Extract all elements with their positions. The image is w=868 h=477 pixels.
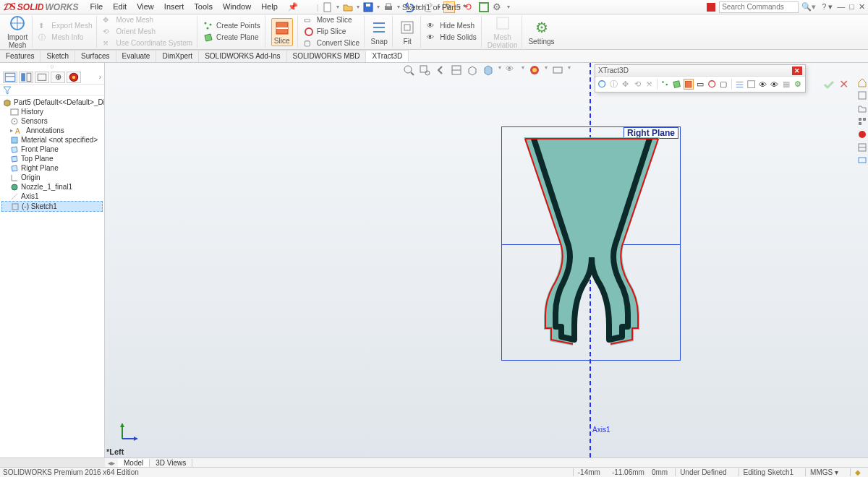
tab-scroll-left-icon[interactable]: ◂▸ [105,459,118,467]
ribbon-snap[interactable]: Snap [366,16,393,48]
view-orient-icon[interactable] [467,64,478,76]
zoom-fit-icon[interactable] [403,64,414,76]
bottom-tab-model[interactable]: Model [118,459,150,467]
hide-solids-button[interactable]: 👁Hide Solids [427,33,477,43]
xt-move-slice-icon[interactable]: ▭ [696,79,705,90]
tree-origin[interactable]: Origin [1,173,103,182]
rail-file-explorer-icon[interactable] [857,103,867,113]
xt-import-icon[interactable] [597,79,607,90]
right-plane-box[interactable]: Right Plane [501,126,681,361]
status-rebuild-icon[interactable]: ◆ [850,468,865,476]
tree-material[interactable]: Material <not specified> [1,135,103,145]
xt-flip-slice-icon[interactable] [707,79,717,90]
open-doc-icon[interactable] [342,1,354,13]
panel-next-icon[interactable]: › [99,73,101,81]
xt-snap-icon[interactable] [735,79,744,90]
property-tab-icon[interactable] [19,72,33,83]
xtract3d-titlebar[interactable]: XTract3D ✕ [595,65,805,77]
rail-home-icon[interactable] [857,77,867,87]
move-slice-button[interactable]: ▭Move Slice [304,15,359,25]
print-icon[interactable] [383,1,394,13]
edit-appearance-icon[interactable] [529,64,540,76]
settings-gear-icon[interactable]: ⚙ [493,1,504,13]
menu-window[interactable]: Window [218,1,255,13]
close-icon[interactable]: ✕ [859,2,865,12]
menu-file[interactable]: File [85,1,107,13]
create-points-button[interactable]: Create Points [203,21,260,31]
menu-insert[interactable]: Insert [160,1,189,13]
xt-plane-icon[interactable] [672,79,681,90]
create-plane-button[interactable]: Create Plane [203,33,260,43]
xt-slice-icon[interactable] [684,79,693,90]
tree-front-plane[interactable]: Front Plane [1,145,103,154]
ribbon-import-mesh[interactable]: Import Mesh [3,16,33,48]
rail-forum-icon[interactable] [857,155,867,166]
xt-orient-icon[interactable]: ⟲ [633,79,642,90]
tree-sketch1[interactable]: (-) Sketch1 [1,201,103,212]
xt-fit-icon[interactable] [746,79,756,90]
rail-appearances-icon[interactable] [857,129,867,139]
tree-axis1[interactable]: Axis1 [1,192,103,201]
xtract3d-close-icon[interactable]: ✕ [792,66,802,75]
convert-slice-button[interactable]: ▢Convert Slice [304,38,359,48]
feature-tree-tab-icon[interactable] [3,72,17,83]
menu-edit[interactable]: Edit [109,1,131,13]
tree-nozzle-mesh[interactable]: Nozzle_1_final1 [1,182,103,192]
dimxpert-tab-icon[interactable]: ⊕ [51,72,65,83]
flip-slice-button[interactable]: Flip Slice [304,27,359,37]
bottom-tab-3dviews[interactable]: 3D Views [150,459,192,467]
section-view-icon[interactable] [451,64,462,76]
rail-view-palette-icon[interactable] [857,116,867,126]
ribbon-slice[interactable]: Slice [267,16,298,48]
graphics-viewport[interactable]: ▣ ▢ — □ ✕ ▾ 👁▾ ▾ ▾ Axis1 Right Plane [105,63,868,457]
menu-view[interactable]: View [132,1,158,13]
ribbon-fit[interactable]: Fit [394,16,421,48]
tab-features[interactable]: Features [0,50,41,62]
xt-points-icon[interactable] [660,79,670,90]
help-icon[interactable]: ? ▾ [822,2,833,12]
xt-coord-icon[interactable]: ⤧ [644,79,654,90]
menu-pin-icon[interactable]: 📌 [284,1,302,13]
status-units[interactable]: MMGS ▾ [805,468,843,476]
display-tab-icon[interactable] [67,72,81,83]
rail-design-lib-icon[interactable] [857,90,867,100]
xt-deviation-icon[interactable]: ▦ [782,79,791,90]
rail-custom-props-icon[interactable] [857,142,867,152]
tree-right-plane[interactable]: Right Plane [1,163,103,173]
minimize-icon[interactable]: — [837,2,845,12]
menu-help[interactable]: Help [257,1,282,13]
maximize-icon[interactable]: □ [849,2,854,12]
tab-mbd[interactable]: SOLIDWORKS MBD [287,50,367,62]
menu-tools[interactable]: Tools [190,1,217,13]
tree-history[interactable]: History [1,107,103,116]
new-doc-icon[interactable] [322,1,333,13]
apply-scene-icon[interactable] [552,64,563,76]
hide-show-icon[interactable]: 👁 [506,64,517,76]
tab-xtract3d[interactable]: XTract3D [366,50,409,62]
tree-top-plane[interactable]: Top Plane [1,154,103,163]
xt-hide-mesh-icon[interactable]: 👁 [758,79,767,90]
feature-filter[interactable] [0,85,104,96]
tree-sensors[interactable]: Sensors [1,116,103,126]
zoom-area-icon[interactable] [419,64,430,76]
search-input[interactable] [719,1,799,13]
search-icon[interactable]: 🔍▾ [801,2,816,12]
options-icon[interactable] [478,1,490,13]
tab-dimxpert[interactable]: DimXpert [156,50,199,62]
sketch-exit-icon[interactable] [822,77,836,92]
tab-surfaces[interactable]: Surfaces [75,50,116,62]
xt-move-icon[interactable]: ✥ [621,79,630,90]
xt-convert-icon[interactable]: ▢ [719,79,728,90]
xt-hide-solids-icon[interactable]: 👁 [770,79,779,90]
prev-view-icon[interactable] [435,64,446,76]
tab-evaluate[interactable]: Evaluate [116,50,157,62]
display-style-icon[interactable] [482,64,494,76]
config-tab-icon[interactable] [35,72,49,83]
ribbon-settings[interactable]: ⚙ Settings [524,16,558,48]
xt-info-icon[interactable]: ⓘ [609,79,618,90]
xt-settings-icon[interactable]: ⚙ [793,79,803,90]
sketch-cancel-icon[interactable]: ✕ [839,77,854,92]
tab-sketch[interactable]: Sketch [41,50,75,62]
hide-mesh-button[interactable]: 👁Hide Mesh [427,21,477,31]
tree-root[interactable]: Part5 (Default<<Default>_Display State 1… [1,98,103,107]
